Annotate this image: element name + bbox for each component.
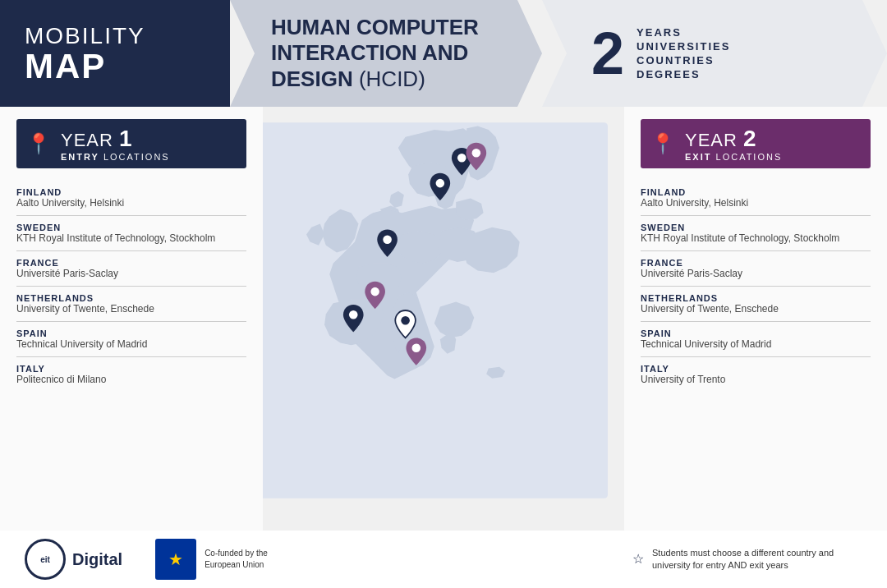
stat-countries: COUNTRIES (637, 54, 730, 67)
map-center (263, 107, 624, 531)
list-item: SPAIN Technical University of Madrid (641, 322, 871, 357)
location-country: ITALY (641, 364, 871, 374)
location-country: FRANCE (16, 258, 246, 268)
location-university: KTH Royal Institute of Technology, Stock… (16, 232, 246, 244)
year1-location-list: FINLAND Aalto University, HelsinkiSWEDEN… (16, 181, 246, 392)
year2-pin-icon: 📍 (650, 132, 675, 155)
year2-panel: 📍 YEAR 2 EXIT LOCATIONS FINLAND Aalto Un… (624, 107, 887, 531)
stats-number: 2 (591, 24, 624, 83)
eu-cofunded-text: Co-funded by the European Union (205, 548, 287, 571)
header: MOBILITY MAP HUMAN COMPUTERINTERACTION A… (0, 0, 887, 107)
program-title: HUMAN COMPUTERINTERACTION ANDDESIGN (HCI… (271, 15, 479, 92)
location-university: University of Twente, Enschede (16, 303, 246, 315)
year2-text: YEAR 2 EXIT LOCATIONS (685, 126, 782, 162)
stat-degrees: DEGREES (637, 68, 730, 80)
year1-pin-icon: 📍 (26, 132, 51, 155)
stats-labels: YEARS UNIVERSITIES COUNTRIES DEGREES (637, 26, 730, 80)
year2-location-list: FINLAND Aalto University, HelsinkiSWEDEN… (641, 181, 871, 392)
location-university: Université Paris-Saclay (641, 268, 871, 279)
year1-header: 📍 YEAR 1 ENTRY LOCATIONS (16, 119, 246, 168)
list-item: NETHERLANDS University of Twente, Ensche… (641, 287, 871, 322)
year1-text: YEAR 1 ENTRY LOCATIONS (61, 126, 170, 162)
list-item: SPAIN Technical University of Madrid (16, 322, 246, 357)
main-content: 📍 YEAR 1 ENTRY LOCATIONS FINLAND Aalto U… (0, 107, 887, 531)
list-item: ITALY Politecnico di Milano (16, 357, 246, 392)
year1-number: YEAR 1 (61, 126, 170, 152)
header-title-block: MOBILITY MAP (0, 0, 230, 107)
location-university: Aalto University, Helsinki (16, 197, 246, 209)
svg-point-2 (472, 149, 481, 158)
eit-logo: eit Digital (25, 539, 122, 580)
location-university: Politecnico di Milano (16, 374, 246, 385)
list-item: FINLAND Aalto University, Helsinki (16, 181, 246, 216)
stat-universities: UNIVERSITIES (637, 40, 730, 53)
location-university: Technical University of Madrid (16, 338, 246, 350)
location-country: NETHERLANDS (641, 293, 871, 303)
program-abbr: (HCID) (359, 67, 425, 91)
list-item: NETHERLANDS University of Twente, Ensche… (16, 287, 246, 322)
list-item: FINLAND Aalto University, Helsinki (641, 181, 871, 216)
year1-panel: 📍 YEAR 1 ENTRY LOCATIONS FINLAND Aalto U… (0, 107, 263, 531)
year1-subtitle: ENTRY LOCATIONS (61, 152, 170, 162)
footer: eit Digital ★ Co-funded by the European … (0, 531, 887, 588)
location-university: Technical University of Madrid (641, 338, 871, 350)
eu-flag-icon: ★ (155, 539, 196, 580)
location-country: SWEDEN (641, 223, 871, 232)
location-country: FINLAND (641, 187, 871, 197)
location-country: FINLAND (16, 187, 246, 197)
footer-note: ☆ Students must choose a different count… (632, 547, 862, 572)
eit-circle-icon: eit (25, 539, 66, 580)
eit-digital-text: Digital (72, 550, 122, 569)
mobility-label: MOBILITY (25, 23, 205, 49)
location-university: University of Trento (641, 374, 871, 385)
svg-point-1 (457, 154, 466, 163)
location-country: FRANCE (641, 258, 871, 268)
list-item: SWEDEN KTH Royal Institute of Technology… (641, 216, 871, 251)
location-country: SWEDEN (16, 223, 246, 232)
list-item: FRANCE Université Paris-Saclay (641, 251, 871, 287)
svg-point-3 (383, 235, 392, 244)
location-country: ITALY (16, 364, 246, 374)
eu-logo: ★ Co-funded by the European Union (155, 539, 287, 580)
year2-header: 📍 YEAR 2 EXIT LOCATIONS (641, 119, 871, 168)
europe-map-svg (263, 107, 608, 522)
stat-years: YEARS (637, 26, 730, 39)
location-university: University of Twente, Enschede (641, 303, 871, 315)
location-university: KTH Royal Institute of Technology, Stock… (641, 232, 871, 244)
year2-number: YEAR 2 (685, 126, 782, 152)
list-item: ITALY University of Trento (641, 357, 871, 392)
header-stats-block: 2 YEARS UNIVERSITIES COUNTRIES DEGREES (542, 0, 887, 107)
location-university: Aalto University, Helsinki (641, 197, 871, 209)
svg-point-6 (401, 316, 410, 325)
location-country: SPAIN (16, 328, 246, 338)
list-item: SWEDEN KTH Royal Institute of Technology… (16, 216, 246, 251)
note-star-icon: ☆ (632, 550, 644, 568)
list-item: FRANCE Université Paris-Saclay (16, 251, 246, 287)
note-text: Students must choose a different country… (652, 547, 862, 572)
svg-point-7 (412, 343, 421, 352)
map-label: MAP (25, 49, 205, 84)
header-program-block: HUMAN COMPUTERINTERACTION ANDDESIGN (HCI… (230, 0, 542, 107)
svg-point-8 (436, 179, 445, 188)
year2-subtitle: EXIT LOCATIONS (685, 152, 782, 162)
svg-point-5 (370, 287, 379, 296)
location-university: Université Paris-Saclay (16, 268, 246, 279)
svg-point-4 (349, 310, 358, 319)
location-country: NETHERLANDS (16, 293, 246, 303)
location-country: SPAIN (641, 328, 871, 338)
